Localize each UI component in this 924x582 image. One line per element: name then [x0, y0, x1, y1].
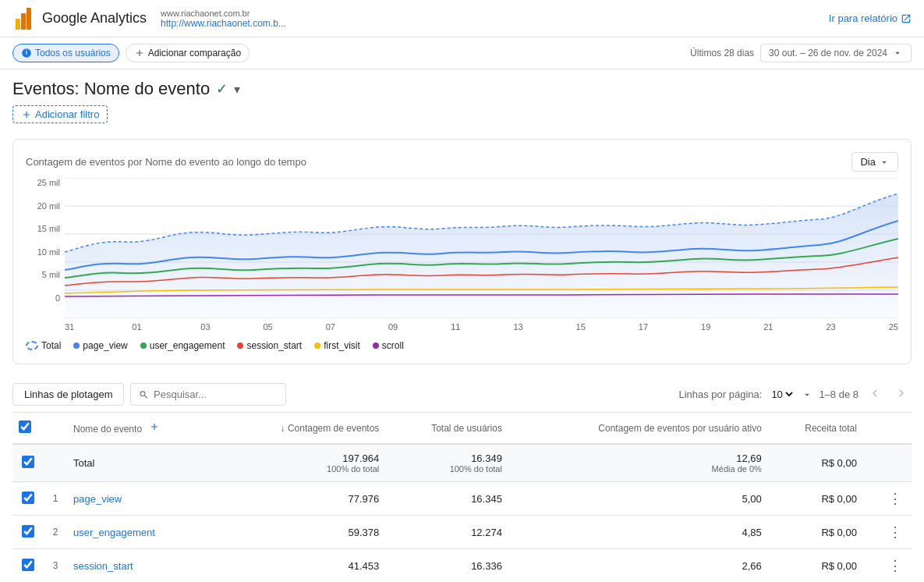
svg-rect-2 — [27, 8, 31, 30]
total-revenue-cell: R$ 0,00 — [768, 444, 863, 482]
y-label-0: 0 — [26, 293, 60, 303]
search-input[interactable] — [154, 389, 278, 400]
row-1-checkbox[interactable] — [22, 492, 34, 504]
y-label-25mil: 25 mil — [26, 178, 60, 187]
prev-page-button[interactable] — [865, 386, 885, 403]
th-event-count[interactable]: ↓ Contagem de eventos — [221, 413, 386, 444]
rows-per-page-label: Linhas por página: — [678, 389, 762, 400]
row-2-revenue: R$ 0,00 — [768, 516, 863, 549]
header: Google Analytics www.riachaonet.com.br h… — [0, 0, 924, 37]
row-3-num: 3 — [44, 549, 67, 583]
total-users-cell: 16.349 100% do total — [385, 444, 508, 482]
legend-total-icon — [26, 341, 38, 350]
row-3-checkbox[interactable] — [22, 559, 34, 571]
row-1-name-link[interactable]: page_view — [73, 493, 122, 505]
total-checkbox[interactable] — [22, 456, 34, 468]
th-total-revenue[interactable]: Receita total — [768, 413, 863, 444]
y-label-20mil: 20 mil — [26, 201, 60, 211]
date-range-value: 30 out. – 26 de nov. de 2024 — [769, 48, 887, 59]
table-row: 2 user_engagement 59.378 12.274 4,85 R$ … — [12, 516, 912, 549]
go-to-report-label: Ir para relatório — [829, 12, 897, 24]
header-left: Google Analytics www.riachaonet.com.br h… — [12, 8, 286, 30]
total-name-cell: Total — [67, 444, 221, 482]
plot-lines-button[interactable]: Linhas de plotagem — [12, 383, 124, 406]
chart-section: Contagem de eventos por Nome do evento a… — [12, 139, 912, 364]
add-column-icon[interactable] — [149, 421, 160, 432]
row-2-name-cell: user_engagement — [67, 516, 221, 549]
x-label-13: 13 — [513, 322, 522, 334]
go-to-report-link[interactable]: Ir para relatório — [829, 12, 912, 24]
legend-total[interactable]: Total — [26, 340, 61, 351]
x-label-09: 09 — [388, 322, 398, 334]
rows-select-chevron-icon — [802, 389, 812, 400]
legend-first-visit[interactable]: first_visit — [314, 340, 360, 351]
date-range-label: Últimos 28 dias — [690, 48, 754, 59]
row-2-name-link[interactable]: user_engagement — [73, 527, 155, 538]
search-box[interactable] — [130, 383, 286, 406]
row-3-more-button[interactable]: ⋮ — [885, 557, 905, 574]
y-label-5mil: 5 mil — [26, 270, 60, 279]
select-all-checkbox[interactable] — [19, 421, 31, 433]
total-users-sub: 100% do total — [391, 464, 502, 474]
chevron-right-icon — [894, 386, 908, 400]
filter-right: Últimos 28 dias 30 out. – 26 de nov. de … — [690, 44, 912, 62]
total-event-count-cell: 197.964 100% do total — [221, 444, 386, 482]
all-users-chip[interactable]: i Todos os usuários — [12, 44, 119, 62]
row-1-more-button[interactable]: ⋮ — [885, 490, 905, 507]
legend-user-engagement-icon — [140, 342, 147, 349]
chart-x-labels: 31out. 01nov. 03 05 07 09 11 13 15 17 19… — [65, 322, 898, 334]
row-3-per-user: 2,66 — [508, 549, 768, 583]
total-event-count-sub: 100% do total — [228, 464, 380, 474]
page-header: Eventos: Nome do evento ✓ ▾ Adicionar fi… — [0, 69, 924, 126]
x-label-15: 15 — [576, 322, 586, 334]
legend-page-view-icon — [73, 342, 80, 349]
table-row: 1 page_view 77.976 16.345 5,00 R$ 0,00 ⋮ — [12, 482, 912, 516]
ga-logo-icon — [12, 8, 34, 30]
total-events-per-user-sub: Média de 0% — [515, 464, 762, 474]
th-event-name[interactable]: Nome do evento — [67, 413, 221, 444]
th-number — [44, 413, 67, 444]
total-label: Total — [73, 457, 94, 469]
add-icon — [134, 48, 145, 59]
legend-user-engagement[interactable]: user_engagement — [140, 340, 225, 351]
row-1-name-cell: page_view — [67, 482, 221, 516]
row-3-name-link[interactable]: session_start — [73, 560, 133, 572]
url-value: http://www.riachaonet.com.b... — [161, 18, 286, 29]
x-label-01: 01nov. — [132, 322, 147, 334]
x-label-25: 25 — [889, 322, 898, 334]
table-toolbar: Linhas de plotagem Linhas por página: 10… — [12, 377, 912, 413]
legend-scroll[interactable]: scroll — [373, 340, 404, 351]
legend-session-start[interactable]: session_start — [237, 340, 302, 351]
total-checkbox-cell — [12, 444, 44, 482]
date-selector[interactable]: 30 out. – 26 de nov. de 2024 — [760, 44, 912, 62]
svg-text:i: i — [26, 49, 27, 56]
search-icon — [139, 389, 149, 400]
add-filter-button[interactable]: Adicionar filtro — [12, 105, 108, 123]
total-num-cell — [44, 444, 67, 482]
legend-scroll-icon — [373, 342, 379, 349]
row-2-num: 2 — [44, 516, 67, 549]
app-title: Google Analytics — [42, 10, 147, 27]
filter-left: i Todos os usuários Adicionar comparação — [12, 44, 250, 62]
x-label-19: 19 — [701, 322, 710, 334]
y-label-10mil: 10 mil — [26, 247, 60, 257]
next-page-button[interactable] — [891, 386, 912, 403]
row-2-count: 59.378 — [221, 516, 386, 549]
row-2-checkbox[interactable] — [22, 525, 34, 538]
x-label-07: 07 — [326, 322, 335, 334]
th-total-users[interactable]: Total de usuários — [385, 413, 508, 444]
legend-page-view-label: page_view — [83, 340, 127, 351]
url-label: www.riachaonet.com.br — [161, 9, 286, 18]
th-events-per-user[interactable]: Contagem de eventos por usuário ativo — [508, 413, 768, 444]
row-1-count: 77.976 — [221, 482, 386, 516]
page-title: Eventos: Nome do evento ✓ ▾ — [12, 79, 912, 99]
x-label-23: 23 — [826, 322, 835, 334]
row-1-users: 16.345 — [385, 482, 508, 516]
title-chevron-icon[interactable]: ▾ — [234, 82, 240, 97]
add-comparison-chip[interactable]: Adicionar comparação — [126, 44, 250, 62]
row-3-name-cell: session_start — [67, 549, 221, 583]
rows-per-page-select[interactable]: 10 25 50 — [768, 388, 795, 401]
row-2-more-button[interactable]: ⋮ — [885, 523, 905, 541]
chart-dropdown[interactable]: Dia — [851, 152, 898, 172]
legend-page-view[interactable]: page_view — [73, 340, 127, 351]
